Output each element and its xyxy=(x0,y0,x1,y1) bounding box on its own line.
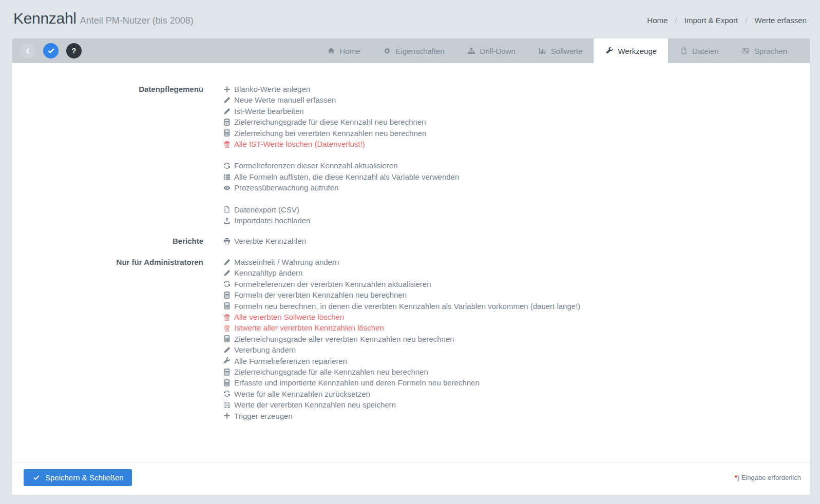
tab-drill-down[interactable]: Drill-Down xyxy=(456,38,527,63)
tool-link-label: Werte für alle Kennzahlen zurücksetzen xyxy=(234,389,370,399)
tool-link[interactable]: Importdatei hochladen xyxy=(222,215,810,226)
tabs: HomeEigenschaftenDrill-DownSollwerteWerk… xyxy=(316,38,810,63)
tool-link[interactable]: Kennzahltyp ändern xyxy=(222,267,810,278)
panel: DatenpflegemenüBlanko-Werte anlegenNeue … xyxy=(12,63,810,495)
list-icon xyxy=(222,173,231,181)
tool-link[interactable]: Formeln der vererbten Kennzahlen neu ber… xyxy=(222,289,810,300)
section-label: Berichte xyxy=(12,236,203,246)
tool-link[interactable]: Alle IST-Werte löschen (Datenverlust!) xyxy=(222,139,810,149)
tool-link[interactable]: Vererbung ändern xyxy=(222,344,810,355)
trash-icon xyxy=(222,324,231,332)
breadcrumb-home[interactable]: Home xyxy=(647,16,668,25)
breadcrumb-import-export[interactable]: Import & Export xyxy=(684,16,738,25)
calculator-icon xyxy=(222,379,231,386)
page-title: KennzahlAnteil PM-Nutzer (bis 2008) xyxy=(13,9,194,28)
tab-sprachen[interactable]: Sprachen xyxy=(730,38,798,63)
tool-link[interactable]: Blanko-Werte anlegen xyxy=(222,84,810,94)
file-icon xyxy=(679,47,688,54)
wrench-icon xyxy=(222,357,231,364)
tool-link[interactable]: Formeln neu berechnen, in denen die vere… xyxy=(222,301,810,312)
tool-link-label: Neue Werte manuell erfassen xyxy=(234,94,336,105)
tool-link[interactable]: Zielerreichung bei vererbten Kennzahlen … xyxy=(222,128,810,139)
tool-link-label: Formeln neu berechnen, in denen die vere… xyxy=(234,301,580,312)
tab-home[interactable]: Home xyxy=(316,38,372,63)
tool-link-label: Datenexport (CSV) xyxy=(234,204,299,215)
tool-link[interactable]: Zielerreichungsgrade für diese Kennzahl … xyxy=(222,117,810,127)
tool-link[interactable]: Datenexport (CSV) xyxy=(222,204,810,215)
question-icon: ? xyxy=(72,47,77,55)
tool-link[interactable]: Erfasste und importierte Kennzahlen und … xyxy=(222,377,810,388)
tool-link[interactable]: Istwerte aller vererbten Kennzahlen lösc… xyxy=(222,322,810,333)
quick-actions: ? xyxy=(12,38,82,63)
pencil-icon xyxy=(222,108,231,115)
confirm-button[interactable] xyxy=(43,43,59,59)
check-icon xyxy=(32,474,41,481)
tool-link-label: Masseinheit / Währung ändern xyxy=(234,257,339,267)
tab-werkzeuge[interactable]: Werkzeuge xyxy=(594,38,668,63)
main-shell: ? HomeEigenschaftenDrill-DownSollwerteWe… xyxy=(12,38,810,495)
trash-icon xyxy=(222,141,231,148)
back-button[interactable] xyxy=(20,43,35,59)
language-icon xyxy=(741,47,750,54)
tool-link-label: Trigger erzeugen xyxy=(234,411,293,421)
tool-link-label: Alle Formelreferenzen reparieren xyxy=(234,356,347,366)
section-links: Vererbte Kennzahlen xyxy=(203,236,810,246)
tool-link-label: Alle Formeln auflisten, die diese Kennza… xyxy=(234,171,459,182)
calculator-icon xyxy=(222,369,231,376)
tab-label: Drill-Down xyxy=(480,47,516,55)
tool-link[interactable]: Zielerreichungsgrade aller vererbten Ken… xyxy=(222,334,810,344)
page-title-subtitle: Anteil PM-Nutzer (bis 2008) xyxy=(80,15,194,26)
tool-link-label: Zielerreichungsgrade für alle Kennzahlen… xyxy=(234,366,428,377)
tool-link-label: Prozessüberwachung aufrufen xyxy=(234,182,338,193)
tool-link[interactable]: Formelreferenzen dieser Kennzahl aktuali… xyxy=(222,160,810,171)
pencil-icon xyxy=(222,346,231,354)
help-button[interactable]: ? xyxy=(66,43,82,59)
page: KennzahlAnteil PM-Nutzer (bis 2008) Home… xyxy=(0,0,820,495)
section: DatenpflegemenüBlanko-Werte anlegenNeue … xyxy=(12,84,810,226)
breadcrumb: Home / Import & Export / Werte erfassen xyxy=(647,16,807,25)
tool-link[interactable]: Werte der vererbten Kennzahlen neu speic… xyxy=(222,399,810,410)
tab-eigenschaften[interactable]: Eigenschaften xyxy=(372,38,456,63)
tool-link-label: Werte der vererbten Kennzahlen neu speic… xyxy=(234,399,396,410)
tool-link[interactable]: Alle Formelreferenzen reparieren xyxy=(222,356,810,366)
tool-link[interactable]: Neue Werte manuell erfassen xyxy=(222,94,810,105)
tool-link[interactable]: Zielerreichungsgrade für alle Kennzahlen… xyxy=(222,366,810,377)
tool-link-label: Zielerreichung bei vererbten Kennzahlen … xyxy=(234,128,426,139)
tool-link[interactable]: Prozessüberwachung aufrufen xyxy=(222,182,810,193)
panel-footer: Speichern & Schließen *) Eingabe erforde… xyxy=(12,462,810,495)
gear-icon xyxy=(383,47,392,54)
upload-icon xyxy=(222,217,231,224)
tool-link[interactable]: Alle Formeln auflisten, die diese Kennza… xyxy=(222,171,810,182)
tool-link[interactable]: Formelreferenzen der vererbten Kennzahle… xyxy=(222,279,810,289)
link-group: Blanko-Werte anlegenNeue Werte manuell e… xyxy=(222,84,810,149)
tool-link[interactable]: Werte für alle Kennzahlen zurücksetzen xyxy=(222,389,810,399)
pencil-icon xyxy=(222,259,231,266)
pencil-icon xyxy=(222,96,231,104)
tool-link[interactable]: Ist-Werte bearbeiten xyxy=(222,106,810,117)
section: Nur für AdministratorenMasseinheit / Wäh… xyxy=(12,257,810,421)
print-icon xyxy=(222,238,231,245)
tool-link-label: Formelreferenzen dieser Kennzahl aktuali… xyxy=(234,160,398,171)
tool-link-label: Alle IST-Werte löschen (Datenverlust!) xyxy=(234,139,365,149)
calculator-icon xyxy=(222,302,231,309)
page-title-main: Kennzahl xyxy=(13,10,77,27)
breadcrumb-werte-erfassen[interactable]: Werte erfassen xyxy=(755,16,807,25)
section-label: Datenpflegemenü xyxy=(12,84,203,226)
tool-link[interactable]: Alle vererbten Sollwerte löschen xyxy=(222,312,810,322)
refresh-icon xyxy=(222,280,231,287)
tab-sollwerte[interactable]: Sollwerte xyxy=(527,38,594,63)
tool-link-label: Vererbung ändern xyxy=(234,344,296,355)
required-note-text: ) Eingabe erforderlich xyxy=(737,474,801,481)
sitemap-icon xyxy=(467,47,476,54)
tool-link[interactable]: Trigger erzeugen xyxy=(222,411,810,421)
link-group: Formelreferenzen dieser Kennzahl aktuali… xyxy=(222,160,810,193)
tool-link-label: Zielerreichungsgrade für diese Kennzahl … xyxy=(234,117,426,127)
tools-content: DatenpflegemenüBlanko-Werte anlegenNeue … xyxy=(12,63,810,462)
tool-link[interactable]: Masseinheit / Währung ändern xyxy=(222,257,810,267)
save-close-button[interactable]: Speichern & Schließen xyxy=(24,469,132,486)
tool-link[interactable]: Vererbte Kennzahlen xyxy=(222,236,810,246)
section-label: Nur für Administratoren xyxy=(12,257,203,421)
breadcrumb-separator: / xyxy=(745,16,747,25)
tab-dateien[interactable]: Dateien xyxy=(668,38,730,63)
plus-icon xyxy=(222,86,231,93)
